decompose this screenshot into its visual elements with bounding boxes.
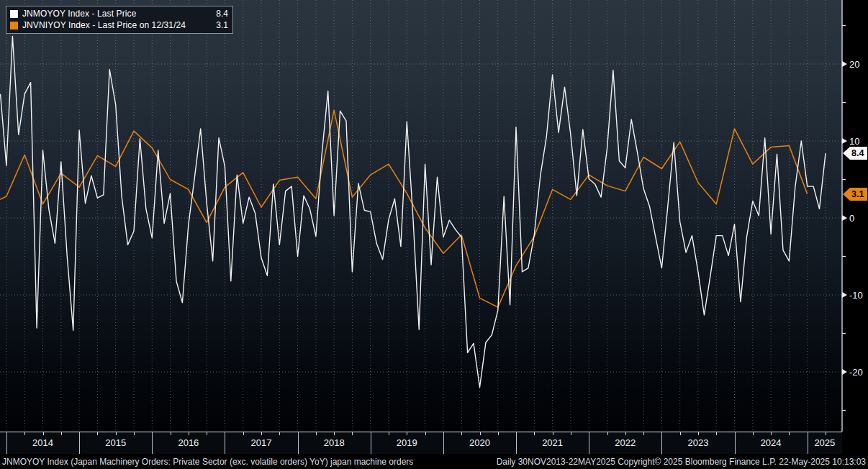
y-axis-tick-label: -10 xyxy=(849,290,863,301)
x-axis-year-label: 2024 xyxy=(735,437,808,448)
x-axis-year-label: 2016 xyxy=(152,437,225,448)
y-axis-tick-label: 0 xyxy=(849,213,854,224)
x-axis-year-label: 2017 xyxy=(225,437,297,448)
quarter-tick xyxy=(61,432,62,435)
quarter-tick xyxy=(789,432,790,435)
quarter-tick xyxy=(680,432,681,435)
footer-ticker-description: JNMOYOY Index (Japan Machinery Orders: P… xyxy=(2,457,413,467)
footer-range-copyright: Daily 30NOV2013-22MAY2025 Copyright© 202… xyxy=(497,457,866,467)
legend-row-jnvniyoy[interactable]: JNVNIYOY Index - Last Price on 12/31/24 … xyxy=(10,19,228,31)
jnvniyoy-swatch-icon xyxy=(10,22,18,29)
quarter-tick xyxy=(316,432,317,435)
quarter-tick xyxy=(189,432,189,435)
x-axis-year-label: 2020 xyxy=(443,437,516,448)
quarter-tick xyxy=(134,432,135,435)
x-axis-year-label: 2022 xyxy=(589,437,661,448)
quarter-tick xyxy=(243,432,244,435)
quarter-tick xyxy=(43,432,44,435)
y-axis-tick-arrow-icon xyxy=(842,215,847,221)
quarter-tick xyxy=(389,432,389,435)
quarter-tick xyxy=(716,432,717,435)
chart-legend: JNMOYOY Index - Last Price 8.4 JNVNIYOY … xyxy=(6,6,233,34)
quarter-tick xyxy=(261,432,262,435)
quarter-tick xyxy=(643,432,644,435)
quarter-tick xyxy=(24,432,25,435)
quarter-tick xyxy=(753,432,754,435)
x-axis-year-label: 2019 xyxy=(371,437,443,448)
quarter-tick xyxy=(534,432,535,435)
y-axis-tick-arrow-icon xyxy=(842,369,847,375)
chart-plot-area[interactable]: 20100-10-20 xyxy=(0,0,868,432)
x-axis-year-label: 2015 xyxy=(79,437,152,448)
legend-label: JNMOYOY Index - Last Price xyxy=(22,9,210,19)
quarter-tick xyxy=(425,432,426,435)
quarter-tick xyxy=(826,432,826,435)
y-axis-tick-label: 20 xyxy=(849,59,859,70)
bloomberg-chart-window: { "legend": { "rows": [ { "swatch_color"… xyxy=(0,0,868,469)
jnmoyoy-swatch-icon xyxy=(10,10,18,18)
quarter-tick xyxy=(698,432,699,435)
quarter-tick xyxy=(407,432,407,435)
quarter-tick xyxy=(571,432,571,435)
quarter-tick xyxy=(480,432,481,435)
x-axis-year-label: 2021 xyxy=(516,437,589,448)
y-axis-tick-label: 10 xyxy=(849,136,859,147)
quarter-tick xyxy=(461,432,462,435)
quarter-tick xyxy=(352,432,353,435)
y-axis-tick-arrow-icon xyxy=(842,61,847,67)
y-axis-tick-arrow-icon xyxy=(842,292,847,298)
legend-row-jnmoyoy[interactable]: JNMOYOY Index - Last Price 8.4 xyxy=(10,8,228,19)
quarter-tick xyxy=(116,432,117,435)
x-axis-year-label: 2025 xyxy=(808,437,842,448)
plot-background xyxy=(0,0,842,432)
quarter-tick xyxy=(498,432,499,435)
legend-last-price: 8.4 xyxy=(216,9,228,19)
x-axis-year-label: 2023 xyxy=(661,437,734,448)
quarter-tick xyxy=(207,432,207,435)
quarter-tick xyxy=(97,432,98,435)
footer-status-bar: JNMOYOY Index (Japan Machinery Orders: P… xyxy=(0,454,868,469)
x-axis-year-label: 2014 xyxy=(6,437,79,448)
quarter-tick xyxy=(279,432,280,435)
quarter-tick xyxy=(553,432,553,435)
legend-label: JNVNIYOY Index - Last Price on 12/31/24 xyxy=(22,20,210,30)
x-axis-year-band: 2014201520162017201820192020202120222023… xyxy=(0,432,842,454)
legend-last-price: 3.1 xyxy=(216,20,228,30)
quarter-tick xyxy=(607,432,608,435)
quarter-tick xyxy=(771,432,772,435)
quarter-tick xyxy=(625,432,626,435)
x-axis-year-label: 2018 xyxy=(298,437,371,448)
y-axis-tick-label: -20 xyxy=(849,367,863,378)
y-axis-tick-arrow-icon xyxy=(842,138,847,144)
quarter-tick xyxy=(171,432,171,435)
quarter-tick xyxy=(334,432,335,435)
